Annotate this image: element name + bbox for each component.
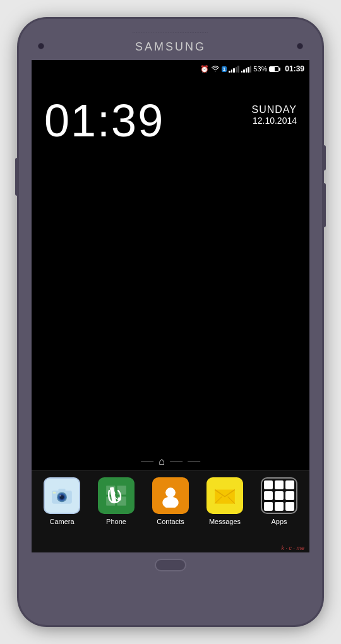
contacts-icon bbox=[152, 477, 189, 514]
messages-icon bbox=[206, 477, 243, 514]
home-page-icon: ⌂ bbox=[159, 456, 165, 467]
sensor-icon bbox=[297, 43, 303, 49]
status-time: 01:39 bbox=[285, 64, 304, 73]
signal-bars-1 bbox=[229, 66, 239, 73]
watermark: k · c · me bbox=[281, 545, 304, 551]
front-camera-icon bbox=[38, 43, 44, 49]
dock-item-camera[interactable]: Camera bbox=[37, 477, 87, 525]
volume-right-button[interactable] bbox=[323, 183, 326, 227]
svg-point-12 bbox=[165, 487, 176, 498]
phone-label: Phone bbox=[106, 518, 126, 525]
dock-item-contacts[interactable]: Contacts bbox=[145, 477, 196, 525]
date-area: SUNDAY 12.10.2014 bbox=[252, 98, 297, 126]
battery-percent: 53% bbox=[253, 65, 267, 73]
main-clock: 01:39 bbox=[44, 98, 164, 143]
phone-icon bbox=[98, 477, 135, 514]
svg-point-13 bbox=[162, 497, 178, 508]
phone-bottom bbox=[155, 552, 186, 579]
page-line-1 bbox=[141, 462, 153, 462]
power-button[interactable] bbox=[323, 145, 326, 170]
day-name: SUNDAY bbox=[252, 104, 297, 116]
sim1-icon: 1 bbox=[222, 66, 227, 72]
home-button[interactable] bbox=[155, 559, 186, 571]
page-line-2 bbox=[170, 462, 182, 462]
phone-top: ········································… bbox=[19, 19, 322, 60]
apps-label: Apps bbox=[271, 518, 287, 525]
brand-logo: SAMSUNG bbox=[135, 40, 206, 54]
camera-icon bbox=[44, 477, 80, 514]
page-line-3 bbox=[188, 462, 200, 462]
apps-grid bbox=[264, 480, 294, 511]
date-string: 12.10.2014 bbox=[252, 116, 297, 126]
messages-label: Messages bbox=[209, 518, 241, 525]
clock-area: 01:39 SUNDAY 12.10.2014 bbox=[32, 85, 309, 143]
wifi-icon bbox=[211, 66, 220, 73]
dock-item-messages[interactable]: Messages bbox=[200, 477, 250, 525]
volume-button[interactable] bbox=[15, 158, 18, 196]
camera-label: Camera bbox=[49, 518, 74, 525]
page-indicator: ⌂ bbox=[141, 456, 200, 467]
screen[interactable]: ⏰ 1 bbox=[32, 60, 309, 552]
contacts-label: Contacts bbox=[157, 518, 184, 525]
alarm-icon: ⏰ bbox=[200, 65, 209, 73]
phone-frame: ········································… bbox=[19, 19, 322, 625]
svg-rect-5 bbox=[58, 489, 65, 492]
apps-icon bbox=[261, 477, 297, 514]
dock-item-apps[interactable]: Apps bbox=[254, 477, 304, 525]
status-bar: ⏰ 1 bbox=[32, 60, 309, 78]
signal-bars-2 bbox=[241, 66, 252, 73]
svg-rect-6 bbox=[53, 492, 56, 494]
app-dock: Camera bbox=[32, 470, 309, 552]
svg-point-7 bbox=[59, 494, 61, 496]
dock-item-phone[interactable]: Phone bbox=[91, 477, 141, 525]
battery-icon bbox=[269, 66, 280, 72]
